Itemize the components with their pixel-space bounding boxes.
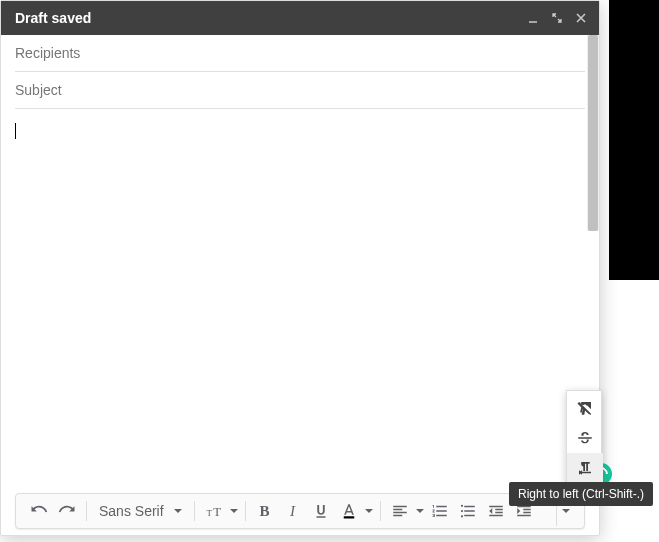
toolbar-divider <box>380 501 381 521</box>
subject-row <box>15 72 585 109</box>
chevron-down-icon <box>230 509 238 513</box>
toolbar-divider <box>86 501 87 521</box>
close-button[interactable] <box>571 8 591 28</box>
compose-title: Draft saved <box>15 10 523 26</box>
indent-less-button[interactable] <box>483 498 509 524</box>
font-select[interactable]: Sans Serif <box>93 503 188 519</box>
scrollbar-track[interactable] <box>587 35 599 231</box>
bulleted-list-icon <box>459 502 477 520</box>
recipients-input[interactable] <box>15 35 585 71</box>
text-color-icon <box>340 502 358 520</box>
recipients-row <box>15 35 585 72</box>
formatting-popover <box>566 390 602 486</box>
toolbar-divider <box>194 501 195 521</box>
message-body[interactable] <box>1 109 599 493</box>
text-cursor <box>15 123 16 139</box>
compose-window: Draft saved Sans <box>0 0 600 536</box>
indent-less-icon <box>487 502 505 520</box>
bold-button[interactable]: B <box>252 498 278 524</box>
chevron-down-icon <box>562 509 570 513</box>
rtl-icon <box>576 459 594 477</box>
font-size-button[interactable]: TT <box>201 498 227 524</box>
background-dark-panel <box>609 0 659 280</box>
redo-button[interactable] <box>54 498 80 524</box>
chevron-down-icon <box>416 509 424 513</box>
remove-formatting-button[interactable] <box>567 393 603 423</box>
formatting-toolbar: Sans Serif TT B I <box>15 493 585 529</box>
chevron-down-icon <box>174 509 182 513</box>
tooltip: Right to left (Ctrl-Shift-.) <box>509 482 653 506</box>
underline-icon <box>312 502 330 520</box>
font-size-dropdown[interactable] <box>229 509 239 513</box>
close-icon <box>575 12 587 24</box>
italic-button[interactable]: I <box>280 498 306 524</box>
svg-text:T: T <box>213 505 221 519</box>
fullscreen-icon <box>551 12 563 24</box>
text-color-dropdown[interactable] <box>364 509 374 513</box>
right-to-left-button[interactable] <box>567 453 603 483</box>
fullscreen-button[interactable] <box>547 8 567 28</box>
window-controls <box>523 8 591 28</box>
align-button[interactable] <box>387 498 413 524</box>
numbered-list-button[interactable] <box>427 498 453 524</box>
undo-button[interactable] <box>26 498 52 524</box>
text-color-button[interactable] <box>336 498 362 524</box>
numbered-list-icon <box>431 502 449 520</box>
minimize-icon <box>527 12 539 24</box>
bulleted-list-button[interactable] <box>455 498 481 524</box>
svg-rect-3 <box>343 516 354 518</box>
strikethrough-icon <box>576 429 594 447</box>
subject-input[interactable] <box>15 72 585 108</box>
font-label: Sans Serif <box>99 503 164 519</box>
underline-button[interactable] <box>308 498 334 524</box>
toolbar-divider <box>245 501 246 521</box>
scrollbar-thumb[interactable] <box>588 35 598 231</box>
compose-header: Draft saved <box>1 1 599 35</box>
align-dropdown[interactable] <box>415 509 425 513</box>
minimize-button[interactable] <box>523 8 543 28</box>
remove-formatting-icon <box>576 399 594 417</box>
svg-text:T: T <box>206 508 212 518</box>
strikethrough-button[interactable] <box>567 423 603 453</box>
undo-icon <box>30 502 48 520</box>
align-left-icon <box>391 502 409 520</box>
chevron-down-icon <box>365 509 373 513</box>
font-size-icon: TT <box>205 502 223 520</box>
redo-icon <box>58 502 76 520</box>
